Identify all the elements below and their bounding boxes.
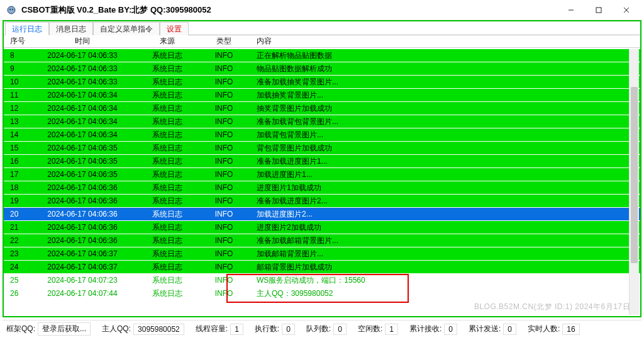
table-row[interactable]: 192024-06-17 04:06:36系统日志INFO准备加载进度图片2..… [4, 195, 640, 208]
status-value: 0 [444, 324, 457, 335]
cell-type: INFO [199, 183, 249, 192]
statusbar: 框架QQ: 登录后获取... 主人QQ: 3095980052 线程容量: 1 … [3, 320, 641, 337]
cell-msg: 加载抽奖背景图片... [249, 90, 640, 101]
status-value: 1 [385, 324, 398, 335]
cell-type: INFO [199, 263, 249, 271]
table-row[interactable]: 242024-06-17 04:06:37系统日志INFO邮箱背景图片加载成功 [4, 261, 640, 274]
cell-msg: WS服务启动成功，端口：15560 [249, 275, 640, 286]
table-row[interactable]: 172024-06-17 04:06:35系统日志INFO加载进度图片1... [4, 168, 640, 181]
cell-src: 系统日志 [136, 90, 199, 101]
col-header-time[interactable]: 时间 [29, 36, 136, 47]
cell-time: 2024-06-17 04:06:33 [29, 77, 136, 86]
cell-seq: 26 [4, 289, 29, 298]
scrollbar-thumb[interactable] [631, 87, 638, 263]
cell-src: 系统日志 [136, 143, 199, 154]
table-row[interactable]: 142024-06-17 04:06:34系统日志INFO加载背包背景图片... [4, 128, 640, 142]
cell-src: 系统日志 [136, 275, 199, 286]
cell-msg: 主人QQ：3095980052 [249, 288, 640, 299]
status-exec: 执行数: 0 [255, 324, 295, 335]
table-row[interactable]: 152024-06-17 04:06:35系统日志INFO背包背景图片加载成功 [4, 142, 640, 155]
cell-seq: 21 [4, 223, 29, 232]
table-row[interactable]: 232024-06-17 04:06:37系统日志INFO加载邮箱背景图片... [4, 247, 640, 261]
log-rows[interactable]: 82024-06-17 04:06:33系统日志INFO正在解析物品贴图数据92… [4, 49, 640, 316]
cell-msg: 准备加载进度图片1... [249, 156, 640, 167]
cell-seq: 18 [4, 183, 29, 192]
status-send: 累计发送: 0 [469, 324, 516, 335]
cell-seq: 10 [4, 77, 29, 86]
status-queue: 队列数: 0 [306, 324, 347, 335]
table-row[interactable]: 252024-06-17 04:07:23系统日志INFOWS服务启动成功，端口… [4, 274, 640, 287]
maximize-button[interactable] [585, 1, 613, 19]
svg-point-1 [9, 9, 11, 10]
cell-time: 2024-06-17 04:06:35 [29, 144, 136, 152]
cell-msg: 准备加载背包背景图片... [249, 116, 640, 127]
cell-time: 2024-06-17 04:07:44 [29, 289, 136, 298]
tab-run-log[interactable]: 运行日志 [5, 22, 49, 35]
status-value: 16 [562, 324, 579, 335]
cell-type: INFO [199, 91, 249, 99]
table-row[interactable]: 182024-06-17 04:06:36系统日志INFO进度图片1加载成功 [4, 181, 640, 195]
titlebar: CSBOT重构版 V0.2_Bate BY:北梦 QQ:3095980052 [0, 0, 644, 20]
cell-type: INFO [199, 249, 249, 258]
cell-msg: 进度图片2加载成功 [249, 222, 640, 233]
status-value: 3095980052 [133, 324, 184, 335]
table-row[interactable]: 202024-06-17 04:06:36系统日志INFO加载进度图片2... [4, 208, 640, 221]
cell-time: 2024-06-17 04:06:36 [29, 223, 136, 232]
app-icon [6, 5, 16, 15]
cell-type: INFO [199, 236, 249, 245]
cell-seq: 24 [4, 263, 29, 271]
cell-src: 系统日志 [136, 116, 199, 127]
cell-time: 2024-06-17 04:06:33 [29, 51, 136, 60]
cell-msg: 加载邮箱背景图片... [249, 249, 640, 259]
cell-seq: 20 [4, 210, 29, 218]
table-header: 序号 时间 来源 类型 内容 [4, 35, 640, 48]
status-master-qq: 主人QQ: 3095980052 [102, 324, 184, 335]
vertical-scrollbar[interactable] [629, 49, 639, 315]
col-header-seq[interactable]: 序号 [4, 36, 29, 47]
svg-point-2 [12, 9, 13, 10]
table-row[interactable]: 82024-06-17 04:06:33系统日志INFO正在解析物品贴图数据 [4, 49, 640, 62]
svg-rect-4 [596, 8, 601, 13]
tab-custom-menu[interactable]: 自定义菜单指令 [93, 22, 160, 35]
table-row[interactable]: 92024-06-17 04:06:33系统日志INFO物品贴图数据解析成功 [4, 62, 640, 76]
table-row[interactable]: 102024-06-17 04:06:33系统日志INFO准备加载抽奖背景图片.… [4, 76, 640, 89]
status-value: 0 [282, 324, 295, 335]
cell-time: 2024-06-17 04:06:36 [29, 196, 136, 205]
table-row[interactable]: 122024-06-17 04:06:34系统日志INFO抽奖背景图片加载成功 [4, 102, 640, 115]
table-row[interactable]: 262024-06-17 04:07:44系统日志INFO主人QQ：309598… [4, 287, 640, 300]
col-header-src[interactable]: 来源 [136, 36, 199, 47]
cell-type: INFO [199, 104, 249, 113]
cell-type: INFO [199, 64, 249, 73]
status-label: 累计接收: [409, 324, 441, 334]
status-online: 实时人数: 16 [528, 324, 580, 335]
cell-src: 系统日志 [136, 50, 199, 61]
cell-src: 系统日志 [136, 196, 199, 207]
cell-seq: 25 [4, 276, 29, 285]
status-label: 执行数: [255, 324, 279, 334]
close-button[interactable] [613, 1, 640, 19]
cell-time: 2024-06-17 04:06:35 [29, 157, 136, 166]
cell-seq: 8 [4, 51, 29, 60]
cell-src: 系统日志 [136, 64, 199, 74]
cell-type: INFO [199, 170, 249, 179]
cell-type: INFO [199, 130, 249, 139]
tab-settings[interactable]: 设置 [160, 22, 189, 35]
minimize-button[interactable] [557, 1, 585, 19]
cell-time: 2024-06-17 04:06:35 [29, 170, 136, 179]
col-header-msg[interactable]: 内容 [249, 36, 640, 47]
cell-src: 系统日志 [136, 183, 199, 193]
table-row[interactable]: 162024-06-17 04:06:35系统日志INFO准备加载进度图片1..… [4, 155, 640, 168]
cell-src: 系统日志 [136, 235, 199, 246]
table-row[interactable]: 212024-06-17 04:06:36系统日志INFO进度图片2加载成功 [4, 221, 640, 234]
table-row[interactable]: 222024-06-17 04:06:36系统日志INFO准备加载邮箱背景图片.… [4, 234, 640, 247]
tab-message-log[interactable]: 消息日志 [49, 22, 93, 35]
cell-type: INFO [199, 223, 249, 232]
table-row[interactable]: 132024-06-17 04:06:34系统日志INFO准备加载背包背景图片.… [4, 115, 640, 128]
cell-type: INFO [199, 289, 249, 298]
cell-src: 系统日志 [136, 130, 199, 140]
cell-type: INFO [199, 117, 249, 126]
table-row[interactable]: 112024-06-17 04:06:34系统日志INFO加载抽奖背景图片... [4, 89, 640, 102]
cell-seq: 15 [4, 144, 29, 152]
cell-msg: 加载背包背景图片... [249, 130, 640, 140]
col-header-type[interactable]: 类型 [199, 36, 249, 47]
